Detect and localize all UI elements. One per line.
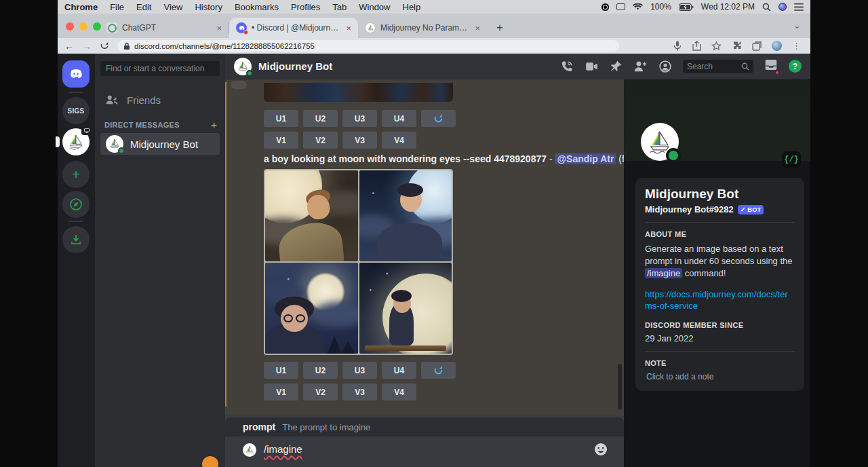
siri-icon[interactable] [778,3,787,11]
screen-record-icon[interactable] [601,3,609,11]
reroll-button[interactable] [421,110,456,127]
divider [645,351,795,352]
minimize-window-button[interactable] [79,22,87,31]
u3-button[interactable]: U3 [342,362,377,379]
v1-button[interactable]: V1 [264,132,298,149]
v2-button[interactable]: V2 [303,384,338,400]
v4-button[interactable]: V4 [382,384,416,400]
emoji-picker-button[interactable] [594,443,608,459]
spotlight-search-icon[interactable] [762,3,771,12]
menu-item-file[interactable]: File [110,2,124,12]
menu-item-window[interactable]: Window [359,2,390,12]
user-avatar-partial[interactable] [202,456,218,467]
add-server-button[interactable]: + [62,161,90,188]
tab-title: Midjourney No Parameter [380,23,470,33]
chrome-profile-avatar[interactable] [772,41,782,51]
v3-button[interactable]: V3 [342,132,377,149]
chat-scrollbar[interactable] [618,364,622,410]
sidebar-item-friends[interactable]: Friends [95,89,225,111]
profile-avatar[interactable] [641,123,679,161]
u1-button[interactable]: U1 [264,110,298,127]
extensions-puzzle-icon[interactable] [732,41,742,51]
previous-grid-image-cropped[interactable] [264,83,453,102]
v1-button[interactable]: V1 [264,384,298,400]
rail-divider [68,92,83,93]
menu-item-tab[interactable]: Tab [332,2,347,12]
grid-image-1[interactable] [265,170,358,261]
grid-image-3[interactable] [265,263,358,354]
server-midjourney[interactable] [62,128,90,155]
chrome-menu-kebab-icon[interactable]: ⋮ [792,41,801,51]
dm-item-midjourney-bot[interactable]: Midjourney Bot [100,133,220,155]
u3-button[interactable]: U3 [342,110,377,127]
tab-chatgpt[interactable]: ChatGPT × [100,18,229,38]
inbox-button[interactable] [764,58,778,74]
tab-discord[interactable]: • Discord | @Midjourney Bot × [229,18,358,38]
menu-item-edit[interactable]: Edit [136,2,151,12]
search-input[interactable] [687,62,738,71]
u4-button[interactable]: U4 [382,362,416,379]
tab-search-chevron-icon[interactable]: ⌄ [793,20,801,31]
u4-button[interactable]: U4 [382,110,416,127]
explore-servers-button[interactable] [62,191,90,218]
menu-app-name[interactable]: Chrome [64,2,98,12]
discord-home-button[interactable] [62,60,90,88]
video-call-icon[interactable] [585,60,599,73]
message-input-row: /imagine prompt a boy looking at moon wi… [225,436,624,467]
terms-link[interactable]: https://docs.midjourney.com/docs/terms-o… [645,288,794,312]
add-friend-icon[interactable] [633,60,648,73]
channel-title: Midjourney Bot [258,60,332,72]
menu-item-bookmarks[interactable]: Bookmarks [235,2,279,12]
close-tab-icon[interactable]: × [475,23,480,33]
chat-search-box[interactable] [683,60,753,73]
bookmark-star-icon[interactable] [711,41,722,51]
verified-developer-badge[interactable]: {/} [782,151,801,168]
create-dm-icon[interactable]: + [211,119,217,130]
upscale-button-row: U1 U2 U3 U4 [264,110,456,127]
reroll-icon [433,365,443,375]
close-tab-icon[interactable]: × [216,23,222,33]
pin-icon[interactable] [610,60,623,73]
server-sigs[interactable]: SIGS [62,97,90,124]
grid-image-4[interactable] [359,263,452,354]
reload-button[interactable] [100,41,109,51]
tab-switcher-icon[interactable] [752,41,762,51]
user-mention[interactable]: @Sandip Atr [555,153,616,164]
v4-button[interactable]: V4 [382,132,416,149]
voice-call-icon[interactable] [560,60,574,73]
v2-button[interactable]: V2 [303,132,338,149]
new-tab-button[interactable]: + [491,19,509,37]
back-button[interactable]: ← [64,41,74,52]
close-window-button[interactable] [66,22,74,31]
tab-midjourney[interactable]: Midjourney No Parameter × [358,18,487,38]
close-tab-icon[interactable]: × [346,23,351,33]
menu-item-history[interactable]: History [195,2,222,12]
help-button[interactable]: ? [789,60,802,73]
midjourney-image-grid[interactable] [264,169,453,355]
control-center-icon[interactable] [794,3,804,11]
profile-card: Midjourney Bot Midjourney Bot#9282 ✓ BOT… [635,178,804,391]
u1-button[interactable]: U1 [264,362,298,379]
reroll-button[interactable] [421,362,456,379]
download-apps-button[interactable] [62,226,90,253]
conversation-search-button[interactable]: Find or start a conversation [100,61,220,76]
slash-command-autocomplete[interactable]: prompt The prompt to imagine [225,417,624,436]
address-bar[interactable]: discord.com/channels/@me/112828885506221… [117,40,619,52]
menu-item-view[interactable]: View [163,2,182,12]
share-icon[interactable] [692,41,701,51]
u2-button[interactable]: U2 [303,110,338,127]
user-profile-icon[interactable] [658,60,672,73]
note-placeholder[interactable]: Click to add a note [645,372,795,381]
menu-item-help[interactable]: Help [403,2,421,12]
mic-icon[interactable] [673,41,682,51]
forward-button[interactable]: → [82,41,92,52]
u2-button[interactable]: U2 [303,362,338,379]
grid-image-2[interactable] [359,170,452,261]
display-icon[interactable] [616,3,625,10]
wifi-icon[interactable] [633,3,643,11]
menu-item-profiles[interactable]: Profiles [291,2,320,12]
imagine-command-pill[interactable]: /imagine [645,268,682,278]
slash-command-label: /imagine [264,443,302,455]
rail-divider [68,221,83,222]
v3-button[interactable]: V3 [342,384,377,400]
